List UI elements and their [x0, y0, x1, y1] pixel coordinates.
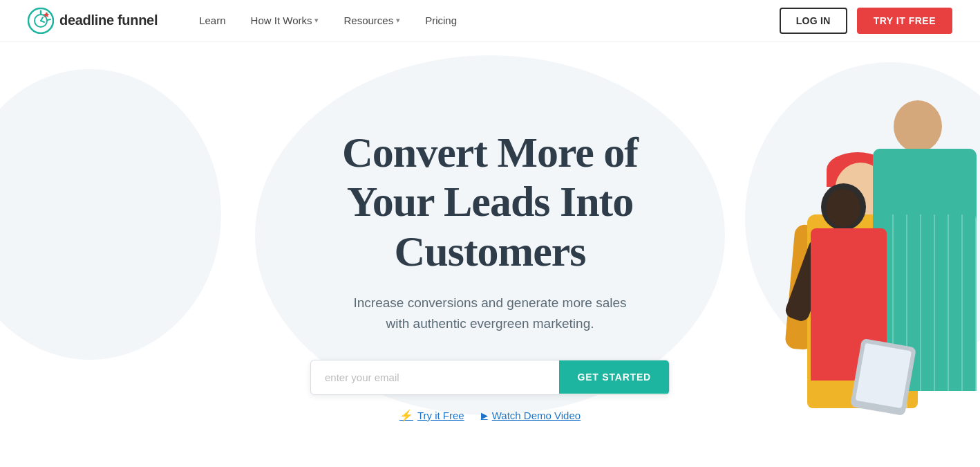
hero-section: Convert More of Your Leads Into Customer… — [0, 42, 980, 467]
email-form: GET STARTED — [310, 360, 670, 395]
get-started-button[interactable]: GET STARTED — [559, 360, 669, 394]
email-input[interactable] — [311, 360, 559, 394]
navbar: deadline funnel Learn How It Works ▾ Res… — [0, 0, 980, 42]
body-pattern — [880, 214, 977, 450]
login-button[interactable]: LOG IN — [780, 8, 847, 34]
chevron-down-icon: ▾ — [396, 16, 400, 25]
try-free-button[interactable]: TRY IT FREE — [857, 8, 952, 34]
watch-demo-link[interactable]: ▶ Watch Demo Video — [481, 410, 581, 421]
figure-left — [0, 80, 180, 467]
tablet-prop — [850, 338, 916, 416]
right-group-illustration — [704, 52, 980, 467]
logo-icon — [28, 8, 54, 34]
brand-name: deadline funnel — [59, 12, 158, 28]
tablet-screen — [856, 343, 912, 409]
face — [826, 189, 860, 227]
figure-right — [717, 59, 980, 467]
nav-links: Learn How It Works ▾ Resources ▾ Pricing — [199, 15, 779, 26]
play-icon: ▶ — [481, 410, 488, 421]
hero-title: Convert More of Your Leads Into Customer… — [262, 128, 718, 276]
chevron-down-icon: ▾ — [314, 16, 319, 25]
svg-line-4 — [47, 19, 50, 20]
nav-item-learn[interactable]: Learn — [199, 15, 225, 26]
hero-secondary-links: ⚡ Try it Free ▶ Watch Demo Video — [262, 409, 718, 422]
nav-item-how-it-works[interactable]: How It Works ▾ — [251, 15, 319, 26]
nav-item-pricing[interactable]: Pricing — [425, 15, 457, 26]
nav-item-resources[interactable]: Resources ▾ — [343, 15, 400, 26]
bolt-icon: ⚡ — [399, 409, 413, 422]
nav-actions: LOG IN TRY IT FREE — [780, 8, 952, 34]
try-free-link[interactable]: ⚡ Try it Free — [399, 409, 464, 422]
hero-content: Convert More of Your Leads Into Customer… — [248, 86, 732, 422]
head — [894, 100, 942, 152]
logo-link[interactable]: deadline funnel — [28, 8, 158, 34]
hero-subtitle: Increase conversions and generate more s… — [262, 293, 718, 335]
